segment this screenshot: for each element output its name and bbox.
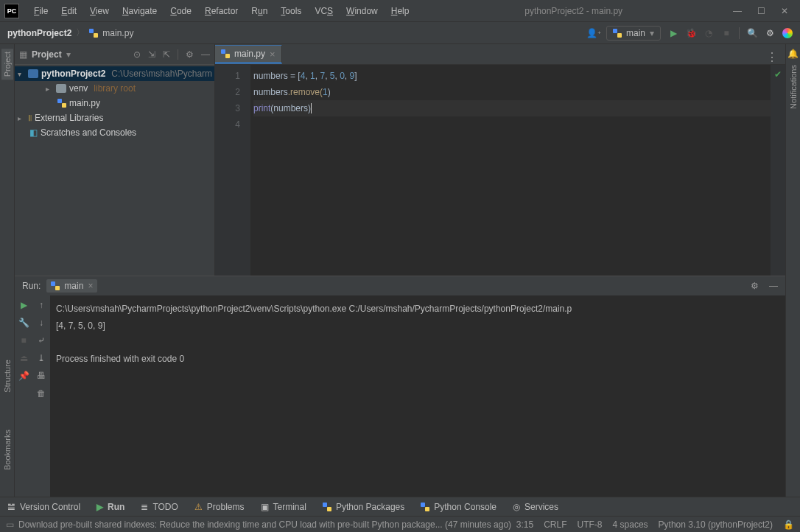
chevron-down-icon[interactable]: ▾: [66, 49, 71, 60]
inspection-ok-icon[interactable]: ✔: [774, 65, 782, 80]
console-result: [4, 7, 5, 0, 9]: [56, 321, 105, 331]
python-icon: [323, 503, 331, 511]
breadcrumb-project[interactable]: pythonProject2: [7, 28, 71, 38]
code-text: ): [328, 87, 331, 97]
pin-icon[interactable]: 📌: [18, 371, 29, 381]
settings-icon[interactable]: ⚙: [765, 28, 775, 38]
expand-icon[interactable]: ⇲: [148, 49, 155, 60]
tree-root-row[interactable]: ▾ pythonProject2 C:\Users\mshah\Pycharm: [15, 66, 214, 81]
tool-console[interactable]: Python Console: [421, 502, 497, 512]
python-file-icon: [89, 29, 98, 38]
expand-arrow-icon[interactable]: ▸: [18, 114, 25, 122]
close-button[interactable]: ✕: [779, 6, 790, 16]
tabs-more-icon[interactable]: ⋮: [759, 50, 785, 64]
trash-icon[interactable]: 🗑: [37, 388, 46, 399]
status-sdk[interactable]: Python 3.10 (pythonProject2): [659, 519, 773, 530]
status-caret-pos[interactable]: 3:15: [516, 519, 533, 530]
tool-structure-tab[interactable]: Structure: [3, 360, 12, 393]
tool-vcs[interactable]: 𝌡Version Control: [7, 502, 80, 512]
collapse-icon[interactable]: ⇱: [163, 49, 170, 60]
divider: [739, 27, 740, 39]
gear-icon[interactable]: ⚙: [751, 281, 759, 291]
scratches-icon: ◧: [29, 127, 38, 138]
scroll-end-icon[interactable]: ⤓: [38, 353, 45, 363]
up-icon[interactable]: ↑: [39, 300, 43, 310]
stop-button[interactable]: ■: [21, 335, 26, 346]
run-coverage-button[interactable]: ◔: [703, 28, 714, 38]
search-icon[interactable]: 🔍: [747, 28, 757, 38]
debug-button[interactable]: 🐞: [686, 28, 696, 38]
run-tab[interactable]: main ×: [46, 279, 97, 293]
project-panel-header: ▦ Project ▾ ⊙ ⇲ ⇱ ⚙ —: [15, 44, 214, 65]
status-indent[interactable]: 4 spaces: [613, 519, 648, 530]
minimize-button[interactable]: —: [732, 6, 743, 16]
user-add-icon[interactable]: 👤+: [589, 28, 599, 38]
status-tool-icon[interactable]: ▭: [6, 519, 14, 530]
locate-icon[interactable]: ⊙: [133, 49, 141, 60]
expand-arrow-icon[interactable]: ▾: [18, 70, 25, 78]
gear-icon[interactable]: ⚙: [186, 49, 194, 60]
rerun-button[interactable]: ▶: [21, 300, 27, 310]
wrench-icon[interactable]: 🔧: [18, 318, 29, 328]
menu-code[interactable]: Code: [164, 3, 197, 19]
hide-icon[interactable]: —: [769, 281, 778, 291]
exit-button[interactable]: ⏏: [20, 353, 28, 363]
hide-icon[interactable]: —: [201, 49, 210, 60]
menu-vcs[interactable]: VCS: [309, 3, 339, 19]
menu-view[interactable]: View: [84, 3, 115, 19]
code-with-me-icon[interactable]: [782, 28, 793, 38]
line-number: 2: [215, 84, 240, 100]
main-area: Project Structure Bookmarks ▦ Project ▾ …: [0, 44, 800, 497]
menu-run[interactable]: Run: [245, 3, 273, 19]
status-encoding[interactable]: UTF-8: [578, 519, 603, 530]
run-config-selector[interactable]: main ▾: [606, 26, 661, 41]
menu-window[interactable]: Window: [340, 3, 384, 19]
tree-file-row[interactable]: main.py: [15, 96, 214, 111]
print-icon[interactable]: 🖶: [37, 371, 46, 381]
notifications-bell-icon[interactable]: 🔔: [787, 49, 799, 59]
tool-problems[interactable]: ⚠Problems: [194, 502, 245, 512]
label: Services: [524, 502, 558, 512]
console-output[interactable]: C:\Users\mshah\PycharmProjects\pythonPro…: [50, 295, 785, 497]
menu-tools[interactable]: Tools: [275, 3, 307, 19]
status-message[interactable]: Download pre-built shared indexes: Reduc…: [18, 519, 516, 530]
menu-navigate[interactable]: Navigate: [116, 3, 163, 19]
run-button[interactable]: ▶: [668, 28, 678, 38]
close-icon[interactable]: ×: [88, 281, 93, 291]
tree-root-name: pythonProject2: [41, 69, 105, 79]
stop-button[interactable]: ■: [721, 28, 731, 38]
tool-services[interactable]: ◎Services: [513, 502, 558, 512]
tree-scratches-row[interactable]: ◧ Scratches and Consoles: [15, 125, 214, 140]
status-line-sep[interactable]: CRLF: [544, 519, 566, 530]
left-stripe: Project Structure Bookmarks: [0, 44, 15, 497]
console-cmd: C:\Users\mshah\PycharmProjects\pythonPro…: [56, 304, 572, 314]
editor-body[interactable]: 1 2 3 4 numbers = [4, 1, 7, 5, 0, 9] num…: [215, 65, 785, 276]
label: Python Console: [434, 502, 497, 512]
run-config-name: main: [626, 28, 645, 38]
tool-bookmarks-tab[interactable]: Bookmarks: [3, 430, 12, 470]
menu-refactor[interactable]: Refactor: [199, 3, 244, 19]
tool-terminal[interactable]: ▣Terminal: [261, 502, 306, 512]
lock-icon[interactable]: 🔒: [783, 519, 794, 530]
menu-edit[interactable]: Edit: [55, 3, 83, 19]
menu-file[interactable]: File: [28, 3, 54, 19]
breadcrumb-file[interactable]: main.py: [102, 28, 133, 38]
code-num: 1: [323, 87, 328, 97]
expand-arrow-icon[interactable]: ▸: [46, 85, 53, 93]
branch-icon: 𝌡: [7, 502, 15, 512]
menu-help[interactable]: Help: [385, 3, 415, 19]
down-icon[interactable]: ↓: [39, 318, 43, 328]
tool-todo[interactable]: ≣TODO: [141, 502, 178, 512]
tool-packages[interactable]: Python Packages: [323, 502, 404, 512]
close-tab-icon[interactable]: ×: [270, 49, 276, 60]
maximize-button[interactable]: ☐: [756, 6, 766, 16]
tree-venv-row[interactable]: ▸ venv library root: [15, 81, 214, 96]
tool-run[interactable]: ▶Run: [97, 502, 124, 512]
tool-notifications-tab[interactable]: Notifications: [789, 65, 798, 109]
tool-project-tab[interactable]: Project: [1, 49, 13, 80]
editor-tab-main[interactable]: main.py ×: [215, 45, 282, 64]
soft-wrap-icon[interactable]: ⤶: [38, 335, 45, 346]
run-tab-name: main: [64, 281, 83, 291]
code-content[interactable]: numbers = [4, 1, 7, 5, 0, 9] numbers.rem…: [250, 65, 771, 276]
tree-ext-row[interactable]: ▸ ⫴ External Libraries: [15, 111, 214, 125]
